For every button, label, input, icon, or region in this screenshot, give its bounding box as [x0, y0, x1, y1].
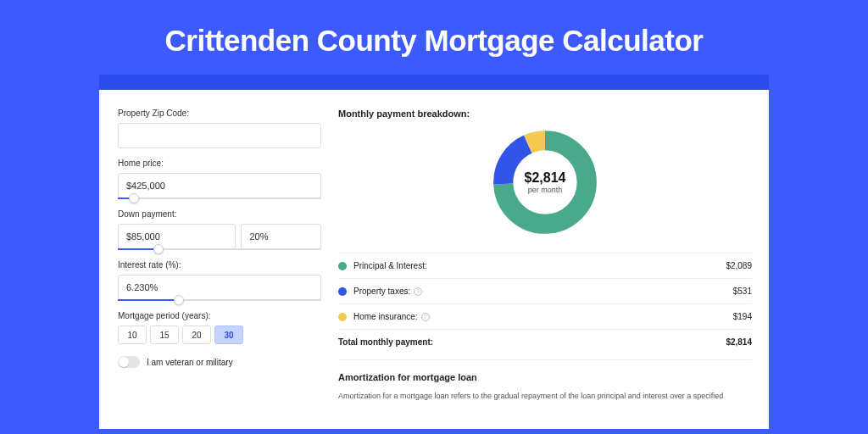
legend-label: Principal & Interest: — [353, 261, 726, 270]
donut-center: $2,814 per month — [525, 170, 566, 194]
home-price-slider[interactable] — [118, 198, 321, 199]
field-interest-rate: Interest rate (%): — [118, 260, 321, 301]
veteran-toggle-knob — [119, 357, 129, 367]
amortization-section: Amortization for mortgage loan Amortizat… — [338, 359, 752, 402]
interest-rate-slider[interactable] — [118, 299, 321, 301]
breakdown-title: Monthly payment breakdown: — [338, 108, 752, 119]
info-icon[interactable]: ? — [414, 287, 422, 296]
page-title: Crittenden County Mortgage Calculator — [0, 24, 868, 58]
zip-input[interactable] — [118, 123, 321, 148]
legend-dot-icon — [338, 287, 347, 296]
form-panel: Property Zip Code: Home price: Down paym… — [118, 108, 321, 429]
home-price-input[interactable] — [118, 173, 321, 198]
legend-label: Home insurance:? — [353, 312, 733, 321]
donut-chart-wrap: $2,814 per month — [338, 127, 752, 237]
veteran-toggle-label: I am veteran or military — [147, 358, 233, 367]
calculator-card: Property Zip Code: Home price: Down paym… — [99, 90, 769, 429]
mortgage-period-label: Mortgage period (years): — [118, 311, 321, 320]
legend: Principal & Interest:$2,089Property taxe… — [338, 253, 752, 329]
donut-chart: $2,814 per month — [490, 127, 600, 237]
card-container: Property Zip Code: Home price: Down paym… — [99, 75, 769, 429]
donut-amount: $2,814 — [525, 170, 566, 186]
period-option-30[interactable]: 30 — [214, 326, 243, 344]
period-option-20[interactable]: 20 — [182, 326, 211, 344]
legend-row: Property taxes:?$531 — [338, 278, 752, 303]
field-home-price: Home price: — [118, 159, 321, 199]
legend-value: $531 — [733, 287, 752, 296]
legend-row: Principal & Interest:$2,089 — [338, 253, 752, 278]
down-payment-input[interactable] — [118, 224, 236, 249]
veteran-toggle[interactable] — [118, 356, 140, 368]
legend-total-value: $2,814 — [726, 337, 752, 347]
zip-label: Property Zip Code: — [118, 108, 321, 118]
legend-value: $2,089 — [726, 261, 752, 270]
breakdown-panel: Monthly payment breakdown: $2,814 per mo… — [338, 108, 752, 429]
period-option-15[interactable]: 15 — [150, 326, 179, 344]
donut-sub: per month — [525, 186, 566, 194]
down-payment-label: Down payment: — [118, 209, 321, 219]
mortgage-period-options: 10152030 — [118, 326, 321, 344]
legend-row: Home insurance:?$194 — [338, 303, 752, 329]
interest-rate-input[interactable] — [118, 275, 321, 300]
down-payment-slider[interactable] — [118, 248, 321, 250]
field-down-payment: Down payment: — [118, 209, 321, 250]
home-price-label: Home price: — [118, 159, 321, 168]
down-payment-slider-thumb[interactable] — [153, 244, 164, 254]
legend-dot-icon — [338, 262, 347, 270]
legend-total-label: Total monthly payment: — [338, 337, 726, 347]
legend-label: Property taxes:? — [353, 287, 733, 296]
amortization-title: Amortization for mortgage loan — [338, 372, 752, 382]
period-option-10[interactable]: 10 — [118, 326, 147, 344]
legend-value: $194 — [733, 312, 752, 321]
legend-dot-icon — [338, 313, 347, 321]
legend-total-row: Total monthly payment: $2,814 — [338, 329, 752, 354]
field-mortgage-period: Mortgage period (years): 10152030 — [118, 311, 321, 344]
veteran-toggle-row: I am veteran or military — [118, 356, 321, 368]
interest-rate-label: Interest rate (%): — [118, 260, 321, 270]
amortization-text: Amortization for a mortgage loan refers … — [338, 391, 752, 402]
info-icon[interactable]: ? — [421, 313, 430, 321]
down-payment-pct-input[interactable] — [241, 224, 321, 249]
home-price-slider-thumb[interactable] — [129, 193, 139, 203]
interest-rate-slider-thumb[interactable] — [174, 295, 184, 305]
field-zip: Property Zip Code: — [118, 108, 321, 148]
